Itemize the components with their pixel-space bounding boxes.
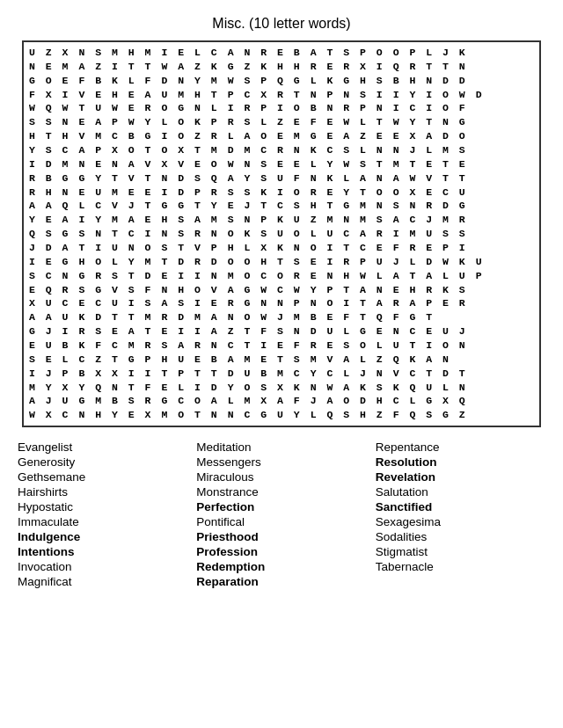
- word-item: Sodalities: [376, 529, 545, 544]
- word-item: Priesthood: [196, 529, 366, 544]
- word-search-grid: U Z X N S M H M I E L C A N R E B A T S …: [29, 46, 534, 422]
- puzzle-container: U Z X N S M H M I E L C A N R E B A T S …: [22, 40, 541, 427]
- word-item: Gethsemane: [18, 470, 187, 484]
- word-list: EvangelistGenerosityGethsemaneHairshirts…: [9, 440, 554, 589]
- word-item: Hypostatic: [18, 499, 187, 514]
- word-item: Resolution: [376, 455, 545, 470]
- word-item: Perfection: [196, 499, 366, 514]
- word-item: Stigmatist: [376, 544, 545, 559]
- word-item: Generosity: [18, 455, 187, 470]
- word-item: Revelation: [376, 470, 545, 484]
- word-item: Immaculate: [18, 514, 187, 529]
- word-item: Profession: [196, 544, 366, 559]
- word-item: Magnificat: [18, 574, 187, 589]
- word-item: Monstrance: [196, 484, 366, 499]
- word-item: Messengers: [196, 455, 366, 470]
- word-item: Indulgence: [18, 529, 187, 544]
- word-item: Tabernacle: [376, 559, 545, 574]
- word-item: Pontifical: [196, 514, 366, 529]
- word-col-3: RepentanceResolutionRevelationSalutation…: [376, 440, 545, 589]
- word-item: Reparation: [196, 574, 366, 589]
- word-item: Repentance: [376, 440, 545, 455]
- word-item: Sanctified: [376, 499, 545, 514]
- word-col-1: EvangelistGenerosityGethsemaneHairshirts…: [18, 440, 187, 589]
- word-item: Invocation: [18, 559, 187, 574]
- word-item: Meditation: [196, 440, 366, 455]
- word-item: Redemption: [196, 559, 366, 574]
- word-item: Hairshirts: [18, 484, 187, 499]
- word-item: Miraculous: [196, 470, 366, 484]
- word-item: Evangelist: [18, 440, 187, 455]
- page-title: Misc. (10 letter words): [9, 16, 554, 32]
- word-col-2: MeditationMessengersMiraculousMonstrance…: [196, 440, 366, 589]
- word-item: Sexagesima: [376, 514, 545, 529]
- word-item: Intentions: [18, 544, 187, 559]
- word-item: Salutation: [376, 484, 545, 499]
